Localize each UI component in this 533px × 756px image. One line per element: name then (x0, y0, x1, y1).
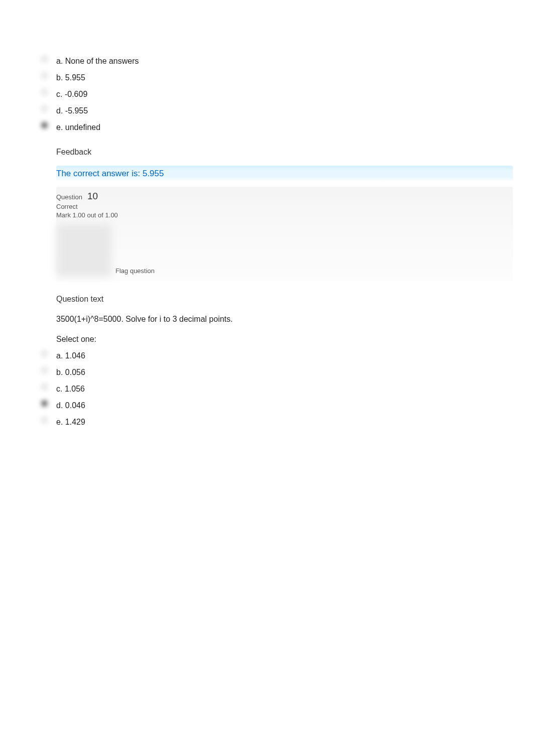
option-value: 1.429 (65, 418, 85, 426)
option-letter: c. (56, 385, 62, 393)
radio-icon[interactable] (41, 383, 56, 390)
option-letter: d. (56, 106, 63, 115)
question-text-heading: Question text (56, 295, 413, 304)
option-letter: e. (56, 418, 63, 426)
radio-icon[interactable] (41, 416, 56, 423)
option-letter: d. (56, 401, 63, 410)
page-content: a. None of the answers b. 5.955 c. -0.60… (0, 55, 533, 428)
option-letter: c. (56, 90, 62, 98)
radio-icon[interactable] (41, 366, 56, 373)
q9-options: a. None of the answers b. 5.955 c. -0.60… (41, 55, 413, 134)
flag-question-link[interactable]: Flag question (115, 267, 155, 277)
option-a[interactable]: a. 1.046 (41, 350, 413, 362)
option-e[interactable]: e. 1.429 (41, 416, 413, 428)
radio-icon[interactable] (41, 55, 56, 62)
option-value: undefined (65, 123, 100, 132)
radio-icon[interactable] (41, 400, 56, 407)
option-value: 0.056 (65, 368, 85, 376)
radio-icon[interactable] (41, 121, 56, 129)
option-letter: e. (56, 123, 63, 132)
option-c[interactable]: c. -0.609 (41, 88, 413, 100)
question-header: Question 10 Correct Mark 1.00 out of 1.0… (56, 187, 513, 282)
option-b[interactable]: b. 0.056 (41, 366, 413, 379)
select-one-label: Select one: (56, 335, 413, 344)
option-a[interactable]: a. None of the answers (41, 55, 413, 67)
radio-icon[interactable] (41, 105, 56, 112)
option-value: 5.955 (65, 73, 85, 82)
option-letter: b. (56, 368, 63, 376)
option-value: 1.056 (65, 385, 85, 393)
flag-icon[interactable] (56, 224, 111, 277)
option-letter: a. (56, 57, 63, 65)
option-b[interactable]: b. 5.955 (41, 72, 413, 84)
option-value: -5.955 (65, 106, 88, 115)
option-value: None of the answers (65, 57, 139, 65)
feedback-answer: The correct answer is: 5.955 (56, 166, 513, 182)
radio-icon[interactable] (41, 350, 56, 357)
option-d[interactable]: d. -5.955 (41, 105, 413, 117)
q10-options: a. 1.046 b. 0.056 c. 1.056 d. 0.046 (41, 350, 413, 428)
radio-icon[interactable] (41, 72, 56, 79)
option-value: 0.046 (65, 401, 85, 410)
option-e[interactable]: e. undefined (41, 121, 413, 134)
question-label: Question (56, 193, 82, 201)
feedback-heading: Feedback (41, 148, 413, 157)
option-c[interactable]: c. 1.056 (41, 383, 413, 395)
radio-icon[interactable] (41, 88, 56, 95)
option-d[interactable]: d. 0.046 (41, 400, 413, 412)
question-body: 3500(1+i)^8=5000. Solve for i to 3 decim… (56, 315, 413, 324)
option-letter: a. (56, 351, 63, 360)
option-value: 1.046 (65, 351, 85, 360)
question-mark: Mark 1.00 out of 1.00 (56, 211, 513, 219)
question-status: Correct (56, 203, 513, 210)
question-number: 10 (87, 191, 98, 202)
option-value: -0.609 (65, 90, 87, 98)
option-letter: b. (56, 73, 63, 82)
